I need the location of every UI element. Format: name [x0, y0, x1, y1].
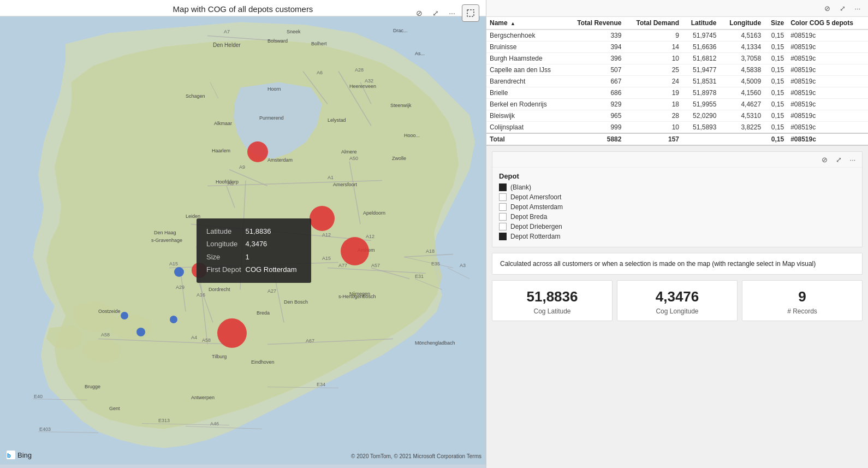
svg-text:Lelystad: Lelystad [328, 117, 346, 123]
legend-item[interactable]: Depot Amsterdam [499, 203, 855, 211]
cell-size: 0,15 [764, 99, 787, 110]
svg-text:E35: E35 [431, 261, 440, 266]
legend-label: Depot Breda [510, 213, 547, 221]
svg-text:Oostzeide: Oostzeide [98, 309, 121, 314]
kpi-card-1: 4,3476 Cog Longitude [617, 280, 738, 321]
svg-text:As...: As... [415, 51, 425, 56]
svg-text:b: b [7, 452, 11, 459]
svg-text:A9: A9 [239, 164, 245, 170]
cell-color: #08519c [787, 53, 868, 64]
table-row: Bruinisse 394 14 51,6636 4,1334 0,15 #08… [486, 42, 868, 53]
map-dot-blue-1[interactable] [174, 267, 184, 277]
cell-total-lon [720, 133, 764, 145]
map-dot-red-3[interactable] [341, 237, 369, 265]
cell-total-color: #08519c [787, 133, 868, 145]
col-revenue[interactable]: Total Revenue [566, 17, 625, 29]
cell-lat: 51,6812 [682, 53, 720, 64]
svg-text:A50: A50 [349, 156, 358, 161]
cell-lon: 4,4627 [720, 99, 764, 110]
svg-text:E403: E403 [39, 426, 51, 432]
svg-text:Drac...: Drac... [393, 28, 408, 33]
svg-text:Steenwijk: Steenwijk [390, 103, 412, 108]
cell-revenue: 507 [566, 64, 625, 76]
map-attribution: © 2020 TomTom, © 2021 Microsoft Corporat… [351, 453, 481, 459]
svg-text:A46: A46 [210, 421, 219, 426]
cell-name: Bergschenhoek [486, 29, 566, 42]
svg-text:A77: A77 [338, 263, 347, 268]
map-dot-blue-4[interactable] [136, 328, 145, 336]
legend-item[interactable]: Depot Breda [499, 213, 855, 221]
legend-label: Depot Amsterdam [510, 203, 563, 211]
cell-revenue: 929 [566, 99, 625, 110]
kpi-label-1: Cog Longitude [623, 307, 732, 315]
cell-name: Colijnsplaat [486, 122, 566, 134]
col-name[interactable]: Name ▲ [486, 17, 566, 29]
cell-demand: 24 [625, 76, 682, 87]
map-dot-blue-2[interactable] [121, 312, 128, 319]
cell-lon: 4,5163 [720, 29, 764, 42]
table-filter-icon[interactable]: ⊘ [821, 2, 833, 14]
svg-text:A12: A12 [366, 234, 374, 239]
legend-swatch [499, 193, 507, 201]
col-lat[interactable]: Latitude [682, 17, 720, 29]
legend-expand-icon[interactable]: ⤢ [833, 153, 845, 165]
cell-size: 0,15 [764, 110, 787, 122]
cell-lat: 51,5893 [682, 122, 720, 134]
svg-text:Eindhoven: Eindhoven [251, 359, 275, 365]
legend-swatch [499, 183, 507, 191]
table-row: Burgh Haamstede 396 10 51,6812 3,7058 0,… [486, 53, 868, 64]
legend-item[interactable]: Depot Driebergen [499, 223, 855, 230]
col-color[interactable]: Color COG 5 depots [787, 17, 868, 29]
table-more-icon[interactable]: ··· [852, 2, 864, 14]
cell-revenue: 999 [566, 122, 625, 134]
cell-name: Bleiswijk [486, 110, 566, 122]
cell-demand: 28 [625, 110, 682, 122]
cell-demand: 9 [625, 29, 682, 42]
svg-text:Breda: Breda [257, 310, 270, 316]
rectangle-select-button[interactable] [462, 4, 479, 22]
col-lon[interactable]: Longitude [720, 17, 764, 29]
filter-icon[interactable]: ⊘ [413, 7, 426, 20]
cell-lat: 51,9955 [682, 99, 720, 110]
cell-demand: 19 [625, 87, 682, 99]
legend-title: Depot [499, 172, 855, 180]
legend-filter-icon[interactable]: ⊘ [818, 153, 830, 165]
svg-text:A16: A16 [197, 292, 205, 298]
map-dot-red-1[interactable] [247, 141, 268, 162]
cell-lat: 51,8531 [682, 76, 720, 87]
cell-lon: 4,1334 [720, 42, 764, 53]
table-total-row: Total 5882 157 0,15 #08519c [486, 133, 868, 145]
svg-text:Brugge: Brugge [85, 384, 100, 389]
svg-text:Hoofddorp: Hoofddorp [216, 179, 239, 185]
legend-toolbar: ⊘ ⤢ ··· [492, 152, 862, 168]
cell-demand: 10 [625, 122, 682, 134]
expand-icon[interactable]: ⤢ [429, 7, 442, 20]
col-size[interactable]: Size [764, 17, 787, 29]
map-dot-blue-3[interactable] [170, 316, 177, 323]
svg-text:Tilburg: Tilburg [212, 354, 227, 359]
map-dot-red-2[interactable] [310, 206, 335, 231]
legend-item[interactable]: Depot Rotterdam [499, 233, 855, 240]
cell-size: 0,15 [764, 53, 787, 64]
cell-total-label: Total [486, 133, 566, 145]
svg-text:A12: A12 [322, 232, 331, 238]
svg-text:Den Helder: Den Helder [213, 42, 241, 48]
cell-revenue: 965 [566, 110, 625, 122]
cell-color: #08519c [787, 76, 868, 87]
legend-more-icon[interactable]: ··· [847, 153, 859, 165]
cell-color: #08519c [787, 87, 868, 99]
map-dot-red-rotterdam[interactable] [192, 263, 207, 278]
legend-item[interactable]: Depot Amersfoort [499, 193, 855, 201]
more-icon[interactable]: ··· [445, 7, 459, 20]
map-dot-red-4[interactable] [217, 318, 247, 348]
table-toolbar: ⊘ ⤢ ··· [486, 0, 868, 17]
svg-text:Amsterdam: Amsterdam [267, 157, 293, 163]
table-expand-icon[interactable]: ⤢ [836, 2, 848, 14]
legend-item[interactable]: (Blank) [499, 183, 855, 191]
kpi-label-0: Cog Latitude [498, 307, 607, 315]
note-section: Calculated across all customers or when … [492, 253, 863, 275]
map-panel: Map with COG of all depots customers ⊘ ⤢… [0, 0, 486, 468]
cell-size: 0,15 [764, 122, 787, 134]
col-demand[interactable]: Total Demand [625, 17, 682, 29]
cell-revenue: 339 [566, 29, 625, 42]
